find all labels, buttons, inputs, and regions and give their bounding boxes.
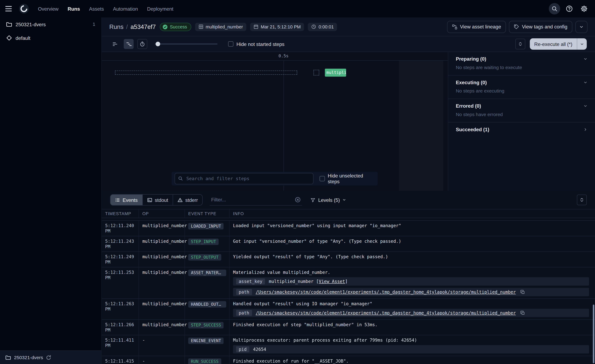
chevron-down-icon <box>583 104 588 108</box>
event-type-badge: LOADED_INPUT <box>188 223 224 229</box>
event-info: Loaded input "versioned_number" using in… <box>233 223 589 228</box>
copy-path-button[interactable] <box>520 311 525 315</box>
nav-item-runs[interactable]: Runs <box>68 6 80 12</box>
event-op: multiplied_number <box>139 320 185 335</box>
nav-item-overview[interactable]: Overview <box>38 6 59 12</box>
gantt-timing-button[interactable] <box>137 39 147 49</box>
tab-events[interactable]: Events <box>110 195 142 205</box>
gantt-step-bar[interactable]: multiplied_number <box>325 69 346 77</box>
help-button[interactable] <box>564 3 575 14</box>
log-filter-input[interactable] <box>210 194 302 206</box>
metadata-value: 42654 <box>253 347 266 352</box>
dagster-app: Overview Runs Assets Automation Deployme… <box>0 0 595 364</box>
reexecute-all-button[interactable]: Re-execute all (*) <box>530 38 577 50</box>
table-row[interactable]: 5:12:11.411 PM - ENGINE_EVENT Multiproce… <box>102 335 595 356</box>
dagster-logo-icon[interactable] <box>19 4 29 14</box>
section-title: Succeeded (1) <box>456 127 489 132</box>
breadcrumb-separator: / <box>126 23 128 30</box>
topnav-actions <box>549 3 590 14</box>
tab-stderr[interactable]: stderr <box>173 195 202 205</box>
slider-track[interactable] <box>155 44 218 44</box>
gantt-zoom-slider[interactable] <box>155 42 218 47</box>
steps-section-header[interactable]: Errored (0) <box>448 99 595 112</box>
table-row[interactable]: 5:12:11.249 PM multiplied_number STEP_OU… <box>102 252 595 267</box>
nav-item-deployment[interactable]: Deployment <box>147 6 173 12</box>
event-info: Materialized value multiplied_number. <box>233 270 589 275</box>
breadcrumb-runs-link[interactable]: Runs <box>109 23 123 30</box>
settings-button[interactable] <box>578 3 590 14</box>
nav-item-assets[interactable]: Assets <box>89 6 104 12</box>
search-button[interactable] <box>549 3 560 14</box>
hide-unselected-checkbox[interactable] <box>319 176 325 181</box>
event-op: - <box>139 356 185 364</box>
folder-icon <box>6 21 12 27</box>
copy-path-button[interactable] <box>520 290 525 294</box>
copy-icon <box>520 311 525 315</box>
primary-nav: Overview Runs Assets Automation Deployme… <box>38 6 173 12</box>
folder-icon <box>5 355 11 360</box>
clear-filter-button[interactable] <box>295 197 301 203</box>
waterfall-view-icon <box>126 41 131 47</box>
gantt-time-ruler: 0.5s <box>102 52 448 61</box>
reload-icon[interactable] <box>46 355 51 360</box>
path-link[interactable]: /Users/smackesey/stm/code/element1/exper… <box>256 310 516 315</box>
table-row[interactable]: 5:12:11.263 PM multiplied_number HANDLED… <box>102 299 595 320</box>
tab-stdout[interactable]: stdout <box>142 195 173 205</box>
sidebar-item-default[interactable]: default <box>0 31 101 45</box>
log-expand-button[interactable] <box>577 195 587 205</box>
gantt-chart[interactable]: 0.5s multiplied_number Hide unselected s… <box>102 52 448 191</box>
sidebar-footer[interactable]: 250321-dvers <box>0 350 101 364</box>
tag-icon <box>514 24 519 29</box>
table-row[interactable]: 5:12:11.266 PM multiplied_number STEP_SU… <box>102 320 595 336</box>
sidebar-item-code-location[interactable]: 250321-dvers 1 <box>0 17 101 31</box>
scrollbar-thumb[interactable] <box>593 304 594 363</box>
view-asset-lineage-button[interactable]: View asset lineage <box>447 21 506 33</box>
event-op: - <box>139 335 185 356</box>
section-title: Preparing (0) <box>456 56 486 62</box>
event-info: Got input "versioned_number" of type "An… <box>233 238 589 244</box>
view-asset-link[interactable]: View Asset <box>319 279 345 284</box>
steps-section-header[interactable]: Succeeded (1) <box>448 122 595 137</box>
metadata-key: asset_key <box>236 278 265 285</box>
hamburger-menu-button[interactable] <box>5 4 15 14</box>
check-circle-icon <box>162 24 168 29</box>
slider-knob[interactable] <box>156 42 160 46</box>
run-actions-menu-button[interactable] <box>575 21 588 33</box>
hide-not-started-checkbox[interactable] <box>228 42 234 47</box>
steps-section-header[interactable]: Preparing (0) <box>448 52 595 65</box>
chevron-down-icon <box>583 80 588 85</box>
run-start-time: Mar 21, 5:12:10 PM <box>250 22 304 31</box>
flat-view-icon <box>112 41 118 47</box>
gantt-expand-button[interactable] <box>515 39 525 49</box>
section-title: Executing (0) <box>456 80 487 85</box>
levels-filter-button[interactable]: Levels (5) <box>311 197 346 203</box>
gantt-dependency-line <box>115 71 297 75</box>
reexecute-dropdown-button[interactable] <box>577 38 587 50</box>
table-row-partial <box>102 218 595 221</box>
table-row[interactable]: 5:12:11.240 PM multiplied_number LOADED_… <box>102 221 595 236</box>
sidebar-item-label: 250321-dvers <box>16 21 46 27</box>
event-timestamp: 5:12:11.266 PM <box>102 320 139 335</box>
sidebar-item-count: 1 <box>93 21 95 27</box>
section-empty-text: No steps are waiting to execute <box>448 65 595 75</box>
gantt-flat-view-button[interactable] <box>110 39 120 49</box>
table-row[interactable]: 5:12:11.243 PM multiplied_number STEP_IN… <box>102 236 595 252</box>
gantt-waterfall-view-button[interactable] <box>124 39 134 49</box>
metadata-key: pid <box>236 346 249 352</box>
time-gridline <box>283 61 284 191</box>
sidebar-item-label: default <box>16 35 30 41</box>
table-row[interactable]: 5:12:11.415 PM - RUN_SUCCESS Finished ex… <box>102 356 595 364</box>
asset-tag[interactable]: multiplied_number <box>195 22 246 31</box>
steps-section-header[interactable]: Executing (0) <box>448 76 595 88</box>
run-header: Runs / a5347ef7 Success multiplied_numbe… <box>102 17 595 36</box>
table-row[interactable]: 5:12:11.253 PM multiplied_number ASSET_M… <box>102 267 595 299</box>
lineage-icon <box>452 24 457 29</box>
nav-item-automation[interactable]: Automation <box>113 6 138 12</box>
tab-stdout-label: stdout <box>155 197 168 203</box>
event-type-badge: STEP_INPUT <box>188 238 219 245</box>
hide-unselected-label: Hide unselected steps <box>328 173 375 184</box>
view-tags-config-button[interactable]: View tags and config <box>509 21 572 33</box>
path-link[interactable]: /Users/smackesey/stm/code/element1/exper… <box>256 289 516 295</box>
table-icon <box>198 24 203 29</box>
step-search-input[interactable] <box>175 173 313 184</box>
